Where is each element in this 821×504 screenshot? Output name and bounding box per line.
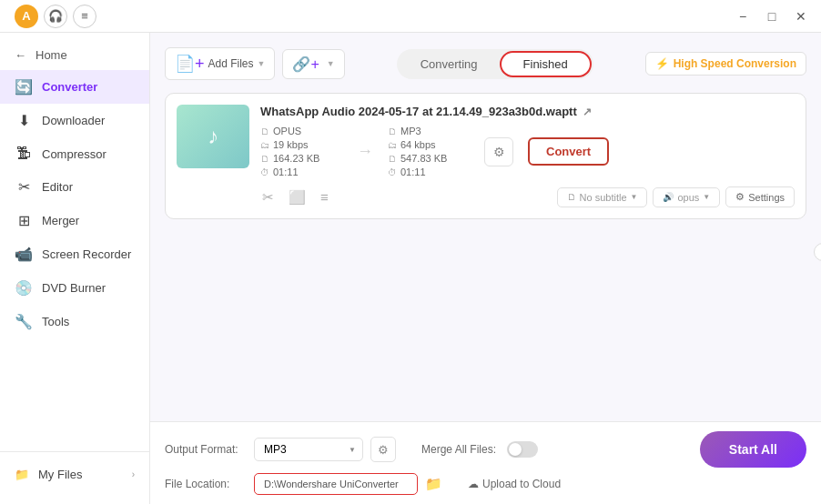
menu-icon[interactable]: ≡ bbox=[73, 5, 96, 28]
cloud-icon: ☁ bbox=[468, 478, 479, 490]
file-thumbnail: ♪ bbox=[177, 105, 249, 168]
subtitle-icon: 🗋 bbox=[567, 192, 576, 202]
upload-cloud-button[interactable]: ☁ Upload to Cloud bbox=[468, 478, 561, 490]
headset-icon[interactable]: 🎧 bbox=[44, 5, 67, 28]
sidebar-dvd-burner-label: DVD Burner bbox=[42, 281, 106, 295]
target-bitrate-row: 🗂 64 kbps bbox=[388, 139, 470, 150]
subtitle-select[interactable]: 🗋 No subtitle ▼ bbox=[557, 187, 648, 207]
target-size-icon: 🗋 bbox=[388, 154, 397, 164]
sidebar-item-converter[interactable]: 🔄 Converter bbox=[0, 70, 149, 104]
sidebar-item-downloader[interactable]: ⬇ Downloader bbox=[0, 104, 149, 137]
external-link-icon[interactable]: ↗ bbox=[583, 106, 592, 118]
myfiles-icon: 📁 bbox=[15, 468, 29, 481]
sidebar-item-merger[interactable]: ⊞ Merger bbox=[0, 204, 149, 237]
close-button[interactable]: ✕ bbox=[788, 4, 814, 29]
bottom-row-2: File Location: 📁 ☁ Upload to Cloud bbox=[165, 473, 806, 495]
duration-icon: ⏱ bbox=[260, 167, 269, 177]
merger-icon: ⊞ bbox=[15, 212, 33, 229]
output-format-select[interactable]: MP3 bbox=[254, 438, 363, 461]
add-url-button[interactable]: 🔗+ ▼ bbox=[282, 49, 344, 79]
lightning-icon: ⚡ bbox=[655, 57, 669, 70]
sidebar-compressor-label: Compressor bbox=[42, 147, 106, 161]
format-settings-button[interactable]: ⚙ bbox=[370, 437, 396, 462]
sidebar-item-compressor[interactable]: 🗜 Compressor bbox=[0, 137, 149, 170]
sidebar-downloader-label: Downloader bbox=[42, 114, 105, 127]
gear-small-icon: ⚙ bbox=[735, 191, 745, 203]
sidebar-item-editor[interactable]: ✂ Editor bbox=[0, 170, 149, 204]
avatar[interactable]: A bbox=[15, 5, 38, 28]
tab-finished[interactable]: Finished bbox=[500, 51, 592, 77]
merge-label: Merge All Files: bbox=[421, 443, 496, 456]
tools-icon: 🔧 bbox=[15, 313, 33, 330]
sidebar-item-dvd-burner[interactable]: 💿 DVD Burner bbox=[0, 271, 149, 305]
file-name: WhatsApp Audio 2024-05-17 at 21.14.49_92… bbox=[260, 105, 795, 118]
upload-cloud-label: Upload to Cloud bbox=[482, 478, 561, 490]
sidebar: ← Home 🔄 Converter ⬇ Downloader 🗜 Compre… bbox=[0, 33, 150, 504]
speed-badge: ⚡ High Speed Conversion bbox=[645, 52, 806, 76]
output-format-label: Output Format: bbox=[165, 443, 247, 456]
app-container: ← Home 🔄 Converter ⬇ Downloader 🗜 Compre… bbox=[0, 33, 821, 504]
screen-recorder-icon: 📹 bbox=[15, 246, 33, 263]
list-icon[interactable]: ≡ bbox=[319, 187, 330, 207]
browse-folder-icon[interactable]: 📁 bbox=[425, 476, 442, 492]
maximize-button[interactable]: □ bbox=[759, 4, 785, 29]
toolbar: 📄+ Add Files ▼ 🔗+ ▼ Converting Finished … bbox=[165, 47, 806, 80]
myfiles-chevron: › bbox=[132, 469, 135, 479]
settings-small-button[interactable]: ⚙ Settings bbox=[725, 186, 795, 207]
source-size-row: 🗋 164.23 KB bbox=[260, 153, 342, 164]
add-file-button[interactable]: 📄+ Add Files ▼ bbox=[165, 47, 275, 80]
cut-icon[interactable]: ✂ bbox=[260, 187, 276, 207]
target-format-icon: 🗋 bbox=[388, 126, 397, 136]
format-select-wrap: MP3 bbox=[254, 438, 363, 461]
target-duration-row: ⏱ 01:11 bbox=[388, 166, 470, 177]
sidebar-item-tools[interactable]: 🔧 Tools bbox=[0, 305, 149, 338]
sidebar-editor-label: Editor bbox=[42, 180, 73, 194]
target-bitrate: 64 kbps bbox=[400, 139, 436, 150]
minimize-button[interactable]: − bbox=[730, 4, 755, 29]
tab-group: Converting Finished bbox=[397, 49, 593, 79]
file-info: WhatsApp Audio 2024-05-17 at 21.14.49_92… bbox=[260, 105, 795, 177]
audio-select[interactable]: 🔊 opus ▼ bbox=[653, 187, 720, 207]
add-file-label: Add Files bbox=[208, 57, 254, 70]
start-all-button[interactable]: Start All bbox=[700, 431, 806, 468]
bottom-bar: Output Format: MP3 ⚙ Merge All Files: St… bbox=[150, 421, 821, 504]
audio-icon: 🔊 bbox=[663, 192, 674, 202]
source-duration-row: ⏱ 01:11 bbox=[260, 166, 342, 177]
settings-small-label: Settings bbox=[748, 192, 785, 203]
sidebar-home-label: Home bbox=[35, 48, 67, 62]
target-size: 547.83 KB bbox=[400, 153, 447, 164]
size-icon: 🗋 bbox=[260, 154, 269, 164]
home-icon: ← bbox=[15, 48, 26, 62]
titlebar-icons: A 🎧 ≡ bbox=[15, 5, 96, 28]
bitrate-icon: 🗂 bbox=[260, 140, 269, 150]
sidebar-item-home[interactable]: ← Home bbox=[0, 40, 149, 70]
source-meta: 🗋 OPUS 🗂 19 kbps 🗋 164.23 KB bbox=[260, 126, 342, 177]
target-meta: 🗋 MP3 🗂 64 kbps 🗋 547.83 KB bbox=[388, 126, 470, 177]
file-meta: 🗋 OPUS 🗂 19 kbps 🗋 164.23 KB bbox=[260, 126, 795, 177]
speed-label: High Speed Conversion bbox=[674, 57, 796, 70]
dvd-burner-icon: 💿 bbox=[15, 279, 33, 297]
file-location-input[interactable] bbox=[254, 473, 418, 495]
source-format: OPUS bbox=[273, 126, 301, 136]
sidebar-myfiles[interactable]: 📁 My Files › bbox=[0, 459, 149, 489]
converter-icon: 🔄 bbox=[15, 78, 33, 96]
tab-converting[interactable]: Converting bbox=[399, 53, 500, 76]
target-format: MP3 bbox=[400, 126, 421, 136]
downloader-icon: ⬇ bbox=[15, 112, 33, 129]
subtitle-chevron: ▼ bbox=[631, 193, 638, 201]
file-card: ♪ WhatsApp Audio 2024-05-17 at 21.14.49_… bbox=[165, 93, 806, 219]
merge-toggle[interactable] bbox=[507, 441, 538, 458]
sidebar-merger-label: Merger bbox=[42, 214, 79, 227]
subtitle-label: No subtitle bbox=[580, 192, 627, 203]
crop-icon[interactable]: ⬜ bbox=[287, 187, 308, 207]
sidebar-item-screen-recorder[interactable]: 📹 Screen Recorder bbox=[0, 237, 149, 271]
sidebar-converter-label: Converter bbox=[42, 80, 97, 94]
convert-arrow-icon: → bbox=[357, 142, 373, 161]
convert-button[interactable]: Convert bbox=[528, 137, 609, 166]
output-settings-button[interactable]: ⚙ bbox=[484, 137, 513, 166]
target-format-row: 🗋 MP3 bbox=[388, 126, 470, 136]
source-duration: 01:11 bbox=[273, 166, 299, 177]
audio-chevron: ▼ bbox=[703, 193, 710, 201]
source-size: 164.23 KB bbox=[273, 153, 319, 164]
format-icon: 🗋 bbox=[260, 126, 269, 136]
